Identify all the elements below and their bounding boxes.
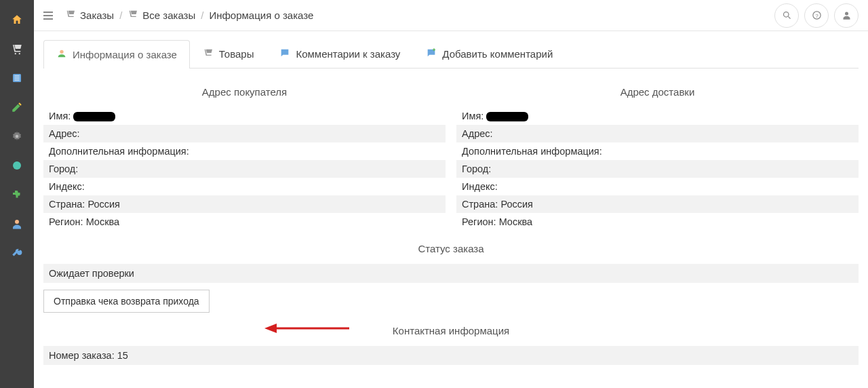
- svg-text:?: ?: [815, 13, 818, 19]
- search-icon: [782, 10, 792, 20]
- shipping-country-row: Страна: Россия: [456, 195, 859, 213]
- content-area: Информация о заказе Товары Комментарии к…: [34, 31, 868, 388]
- breadcrumb-orders[interactable]: Заказы: [65, 9, 114, 22]
- svg-point-2: [13, 161, 21, 170]
- shipping-address-row: Адрес:: [456, 125, 859, 142]
- puzzle-icon: [11, 189, 23, 201]
- svg-point-8: [60, 50, 63, 54]
- breadcrumb-label: Заказы: [80, 9, 114, 21]
- send-return-receipt-button[interactable]: Отправка чека возврата прихода: [43, 290, 210, 313]
- tab-label: Комментарии к заказу: [296, 48, 400, 60]
- tab-label: Информация о заказе: [73, 49, 177, 60]
- pencil-icon: [11, 101, 23, 113]
- cart-icon: [11, 43, 23, 55]
- svg-point-7: [845, 12, 848, 16]
- sidebar-settings[interactable]: [0, 122, 34, 150]
- sidebar-globe[interactable]: [0, 151, 34, 179]
- tabs: Информация о заказе Товары Комментарии к…: [43, 39, 859, 69]
- redacted-value: [73, 112, 115, 121]
- shipping-address-panel: Адрес доставки Имя: Адрес: Дополнительна…: [456, 82, 859, 231]
- buyer-address-panel: Адрес покупателя Имя: Адрес: Дополнитель…: [43, 82, 446, 231]
- help-button[interactable]: ?: [804, 3, 829, 28]
- list-icon: [11, 72, 23, 84]
- topbar: Заказы / Все заказы / Информация о заказ…: [34, 0, 868, 31]
- profile-button[interactable]: [834, 3, 859, 28]
- tab-add-comment[interactable]: Добавить комментарий: [413, 39, 566, 68]
- user-icon: [11, 218, 23, 230]
- status-value: Ожидает проверки: [43, 264, 859, 283]
- cart-icon: [127, 9, 138, 22]
- tab-label: Товары: [219, 48, 254, 60]
- order-number-row: Номер заказа: 15: [43, 346, 859, 365]
- buyer-city-row: Город:: [43, 160, 446, 178]
- user-icon: [56, 48, 67, 61]
- shipping-title: Адрес доставки: [456, 82, 859, 107]
- buyer-index-row: Индекс:: [43, 178, 446, 195]
- shipping-index-row: Индекс:: [456, 178, 859, 195]
- breadcrumb-separator: /: [201, 9, 203, 21]
- buyer-addinfo-row: Дополнительная информация:: [43, 142, 446, 160]
- redacted-value: [486, 112, 528, 121]
- help-icon: ?: [812, 10, 822, 20]
- status-title: Статус заказа: [43, 231, 859, 264]
- buyer-title: Адрес покупателя: [43, 82, 446, 107]
- breadcrumb-all-orders[interactable]: Все заказы: [127, 9, 195, 22]
- search-button[interactable]: [774, 3, 799, 28]
- breadcrumb-label: Информация о заказе: [209, 9, 313, 21]
- svg-point-4: [783, 12, 789, 18]
- sidebar-modules[interactable]: [0, 180, 34, 208]
- breadcrumb-label: Все заказы: [142, 9, 195, 21]
- menu-toggle[interactable]: [43, 8, 58, 23]
- buyer-address-row: Адрес:: [43, 125, 446, 142]
- breadcrumb-order-info: Информация о заказе: [209, 9, 313, 21]
- shipping-city-row: Город:: [456, 160, 859, 178]
- sidebar-cart[interactable]: [0, 35, 34, 62]
- shipping-region-row: Регион: Москва: [456, 213, 859, 231]
- tab-comments[interactable]: Комментарии к заказу: [267, 39, 413, 68]
- sidebar: [0, 0, 34, 388]
- shipping-addinfo-row: Дополнительная информация:: [456, 142, 859, 160]
- contact-title: Контактная информация: [43, 313, 859, 346]
- gear-icon: [11, 130, 23, 142]
- home-icon: [11, 14, 23, 26]
- sidebar-design[interactable]: [0, 93, 34, 121]
- sidebar-home[interactable]: [0, 5, 34, 33]
- breadcrumb-separator: /: [119, 9, 122, 21]
- shipping-name-row: Имя:: [456, 107, 859, 125]
- globe-icon: [11, 159, 23, 172]
- sidebar-users[interactable]: [0, 210, 34, 237]
- tab-order-info[interactable]: Информация о заказе: [43, 40, 190, 69]
- svg-point-3: [15, 220, 19, 224]
- add-comment-icon: [426, 47, 437, 60]
- breadcrumb: Заказы / Все заказы / Информация о заказ…: [65, 9, 313, 22]
- buyer-region-row: Регион: Москва: [43, 213, 446, 231]
- tab-label: Добавить комментарий: [442, 48, 553, 60]
- cart-icon: [65, 9, 76, 22]
- buyer-name-row: Имя:: [43, 107, 446, 125]
- tab-products[interactable]: Товары: [190, 39, 267, 68]
- comment-icon: [279, 47, 290, 60]
- sidebar-catalog[interactable]: [0, 64, 34, 92]
- cart-icon: [203, 47, 214, 60]
- user-icon: [842, 10, 852, 20]
- sidebar-tools[interactable]: [0, 239, 34, 267]
- wrench-icon: [11, 247, 23, 259]
- buyer-country-row: Страна: Россия: [43, 195, 446, 213]
